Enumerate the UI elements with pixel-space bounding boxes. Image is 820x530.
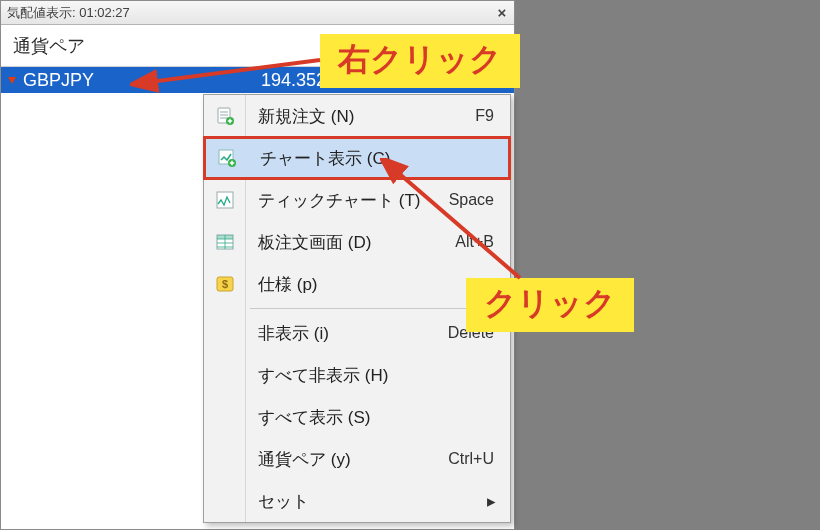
menu-label: ティックチャート (T) xyxy=(246,189,449,212)
menu-hide-all[interactable]: すべて非表示 (H) xyxy=(204,354,510,396)
tick-chart-icon xyxy=(204,190,246,210)
menu-label: 新規注文 (N) xyxy=(246,105,475,128)
svg-text:$: $ xyxy=(222,278,228,290)
menu-shortcut: F9 xyxy=(475,107,510,125)
chart-plus-icon xyxy=(206,148,248,168)
menu-label: セット xyxy=(246,490,487,513)
dollar-icon: $ xyxy=(204,274,246,294)
menu-label: すべて非表示 (H) xyxy=(246,364,510,387)
menu-shortcut: Space xyxy=(449,191,510,209)
table-icon xyxy=(204,232,246,252)
menu-tick-chart[interactable]: ティックチャート (T) Space xyxy=(204,179,510,221)
column-header-pair: 通貨ペア xyxy=(1,34,206,58)
panel-title: 気配値表示: 01:02:27 xyxy=(7,4,130,22)
symbol-name: GBPJPY xyxy=(23,70,206,91)
annotation-right-click: 右クリック xyxy=(320,34,520,88)
menu-label: チャート表示 (C) xyxy=(248,147,508,170)
panel-titlebar: 気配値表示: 01:02:27 × xyxy=(1,1,514,25)
menu-label: 板注文画面 (D) xyxy=(246,231,455,254)
menu-show-all[interactable]: すべて表示 (S) xyxy=(204,396,510,438)
document-plus-icon xyxy=(204,106,246,126)
svg-rect-4 xyxy=(217,192,233,208)
context-menu: 新規注文 (N) F9 チャート表示 (C) ティックチャート (T) Spac… xyxy=(203,94,511,523)
submenu-arrow-icon: ▸ xyxy=(487,491,510,512)
menu-currency-pairs[interactable]: 通貨ペア (y) Ctrl+U xyxy=(204,438,510,480)
menu-specification[interactable]: $ 仕様 (p) xyxy=(204,263,510,305)
menu-chart-view[interactable]: チャート表示 (C) xyxy=(203,136,511,180)
menu-hide[interactable]: 非表示 (i) Delete xyxy=(204,312,510,354)
menu-shortcut: Alt+B xyxy=(455,233,510,251)
menu-label: 非表示 (i) xyxy=(246,322,448,345)
menu-label: 通貨ペア (y) xyxy=(246,448,448,471)
menu-shortcut: Ctrl+U xyxy=(448,450,510,468)
menu-depth-of-market[interactable]: 板注文画面 (D) Alt+B xyxy=(204,221,510,263)
annotation-click: クリック xyxy=(466,278,634,332)
menu-separator xyxy=(204,305,510,312)
menu-new-order[interactable]: 新規注文 (N) F9 xyxy=(204,95,510,137)
menu-set[interactable]: セット ▸ xyxy=(204,480,510,522)
svg-rect-6 xyxy=(217,235,233,239)
menu-label: すべて表示 (S) xyxy=(246,406,510,429)
down-arrow-icon xyxy=(1,74,23,86)
panel-close-button[interactable]: × xyxy=(490,1,514,25)
